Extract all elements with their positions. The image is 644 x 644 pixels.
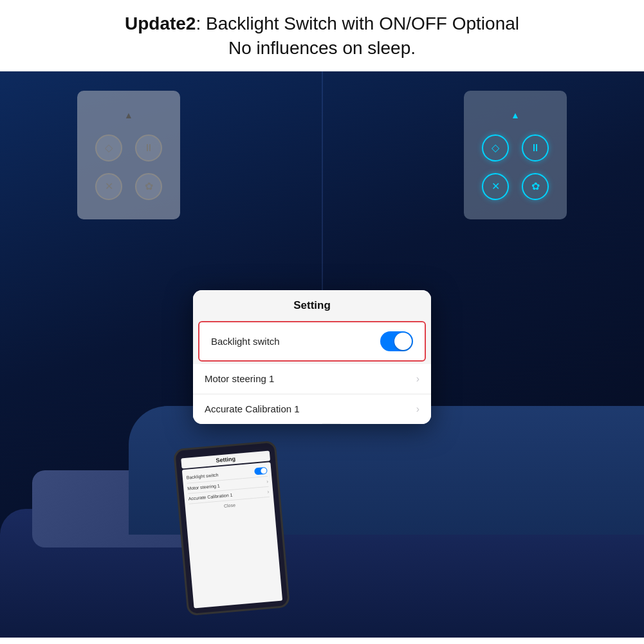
modal-row-motor[interactable]: Motor steering 1 › xyxy=(193,364,431,394)
phone-small: Setting Backlight switch Motor steering … xyxy=(173,440,290,616)
phone-small-chevron-motor: › xyxy=(266,478,268,484)
btn-left-bot1: ✕ xyxy=(95,173,122,200)
update-bold: Update2 xyxy=(125,14,196,33)
phone-small-motor-label: Motor steering 1 xyxy=(187,483,220,490)
switch-panel-left: ▲ ◇ ⏸ ✕ ✿ xyxy=(77,91,180,219)
backlight-label: Backlight switch xyxy=(211,336,280,347)
btn-right-bot1: ✕ xyxy=(482,173,509,200)
wifi-icon-left: ▲ xyxy=(124,110,133,120)
phone-small-chevron-calibration: › xyxy=(267,488,269,494)
btn-row-bottom-right: ✕ ✿ xyxy=(482,173,549,200)
btn-right-bot2: ✿ xyxy=(522,173,549,200)
btn-right-top1: ◇ xyxy=(482,134,509,161)
phone-small-calibration-label: Accurate Calibration 1 xyxy=(188,492,232,501)
header: Update2: Backlight Switch with ON/OFF Op… xyxy=(0,0,644,71)
header-text: Update2: Backlight Switch with ON/OFF Op… xyxy=(13,12,631,60)
modal-pointer xyxy=(322,423,341,424)
phone-small-screen: Backlight switch Motor steering 1 › Accu… xyxy=(182,462,282,608)
header-line1-rest: : Backlight Switch with ON/OFF Optional xyxy=(196,14,519,33)
main-image-area: ▲ ◇ ⏸ ✕ ✿ ▲ ◇ ⏸ ✕ ✿ Setting Backlight sw… xyxy=(0,71,644,638)
btn-left-bot2: ✿ xyxy=(135,173,162,200)
chevron-icon-calibration: › xyxy=(416,403,419,415)
settings-modal: Setting Backlight switch Motor steering … xyxy=(193,290,431,424)
modal-row-backlight[interactable]: Backlight switch xyxy=(198,321,426,362)
calibration-label: Accurate Calibration 1 xyxy=(205,403,300,414)
wifi-icon-right: ▲ xyxy=(511,110,520,120)
modal-title: Setting xyxy=(193,290,431,318)
btn-row-top-right: ◇ ⏸ xyxy=(482,134,549,161)
btn-right-top2: ⏸ xyxy=(522,134,549,161)
btn-left-top1: ◇ xyxy=(95,134,122,161)
motor-label: Motor steering 1 xyxy=(205,373,274,384)
modal-row-calibration[interactable]: Accurate Calibration 1 › xyxy=(193,394,431,424)
btn-left-top2: ⏸ xyxy=(135,134,162,161)
btn-row-top-left: ◇ ⏸ xyxy=(95,134,162,161)
btn-row-bottom-left: ✕ ✿ xyxy=(95,173,162,200)
chevron-icon-motor: › xyxy=(416,373,419,385)
header-line2: No influences on sleep. xyxy=(228,38,416,58)
phone-small-toggle xyxy=(254,466,268,475)
phone-small-backlight-label: Backlight switch xyxy=(187,472,219,479)
backlight-toggle[interactable] xyxy=(380,331,413,351)
switch-panel-right: ▲ ◇ ⏸ ✕ ✿ xyxy=(464,91,567,219)
